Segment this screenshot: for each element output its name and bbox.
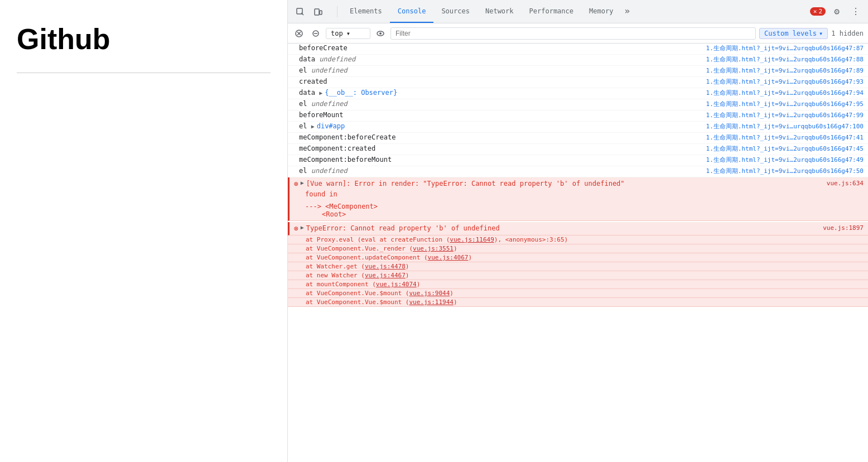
error-stack-6-link[interactable]: vue.js:4074 <box>376 281 417 288</box>
page-title: Github <box>17 22 271 56</box>
console-text-8: el ▶div#app <box>299 122 701 130</box>
error-stack-4: at Watcher.get (vue.js:4478) <box>288 262 868 271</box>
filter-input[interactable] <box>390 27 756 40</box>
console-output[interactable]: beforeCreate 1.生命周期.html?_ijt=9vi…2urqqb… <box>288 44 868 462</box>
tab-performance[interactable]: Performance <box>522 0 581 23</box>
eye-button[interactable] <box>374 27 387 40</box>
console-text-1: beforeCreate <box>299 44 701 52</box>
context-selector[interactable]: top ▾ <box>326 28 370 39</box>
more-tabs-button[interactable]: » <box>621 0 633 23</box>
error-1-component2: <Root> <box>294 210 864 218</box>
console-text-10: meComponent:created <box>299 145 701 152</box>
svg-point-10 <box>379 32 382 35</box>
svg-rect-2 <box>315 9 319 15</box>
toolbar-icons <box>292 4 326 20</box>
error-1-expand[interactable]: ▶ <box>301 180 306 186</box>
console-row-12: el undefined 1.生命周期.html?_ijt=9vi…2urqqb… <box>288 166 868 177</box>
console-text-11: meComponent:beforeMount <box>299 156 701 163</box>
devtools-panel: Elements Console Sources Network Perform… <box>288 0 868 462</box>
console-text-7: beforeMount <box>299 111 701 119</box>
console-row-3: el undefined 1.生命周期.html?_ijt=9vi…2urqqb… <box>288 66 868 77</box>
console-row-10: meComponent:created 1.生命周期.html?_ijt=9vi… <box>288 144 868 155</box>
context-value: top <box>331 30 343 37</box>
console-text-9: meComponent:beforeCreate <box>299 133 701 141</box>
error-count: 2 <box>818 8 822 15</box>
console-row-9: meComponent:beforeCreate 1.生命周期.html?_ij… <box>288 133 868 144</box>
console-row-7: beforeMount 1.生命周期.html?_ijt=9vi…2urqqbu… <box>288 110 868 122</box>
error-1-message: [Vue warn]: Error in render: "TypeError:… <box>306 180 625 187</box>
console-row-1: beforeCreate 1.生命周期.html?_ijt=9vi…2urqqb… <box>288 44 868 55</box>
error-badge: ✕ 2 <box>810 7 826 16</box>
console-text-5: data ▶{__ob__: Observer} <box>299 89 701 97</box>
console-text-12: el undefined <box>299 167 701 175</box>
tab-sources[interactable]: Sources <box>433 0 478 23</box>
hidden-count: 1 hidden <box>831 30 864 37</box>
error-1-component1: ---> <MeComponent> <box>294 203 864 210</box>
console-link-3[interactable]: 1.生命周期.html?_ijt=9vi…2urqqbu60s166g47:89 <box>701 66 864 75</box>
console-link-5[interactable]: 1.生命周期.html?_ijt=9vi…2urqqbu60s166g47:94 <box>701 89 864 97</box>
toolbar-divider <box>337 6 337 17</box>
filter-icon[interactable] <box>309 27 322 40</box>
console-text-3: el undefined <box>299 66 701 74</box>
error-stack-3: at VueComponent.updateComponent (vue.js:… <box>288 253 868 262</box>
error-block-2: ⊗ ▶ TypeError: Cannot read property 'b' … <box>288 222 868 235</box>
tab-elements[interactable]: Elements <box>342 0 390 23</box>
console-link-10[interactable]: 1.生命周期.html?_ijt=9vi…2urqqbu60s166g47:45 <box>701 145 864 153</box>
console-link-6[interactable]: 1.生命周期.html?_ijt=9vi…2urqqbu60s166g47:95 <box>701 100 864 108</box>
console-link-8[interactable]: 1.生命周期.html?_ijt=9vi…urqqbu60s166g47:100 <box>701 122 864 131</box>
error-block-1: ⊗ ▶ [Vue warn]: Error in render: "TypeEr… <box>288 177 868 221</box>
tab-console[interactable]: Console <box>390 0 434 23</box>
console-link-7[interactable]: 1.生命周期.html?_ijt=9vi…2urqqbu60s166g47:99 <box>701 111 864 119</box>
error-stack-3-link[interactable]: vue.js:4067 <box>428 254 469 261</box>
error-stack-1-link[interactable]: vue.js:11649 <box>450 236 494 243</box>
error-stack-4-link[interactable]: vue.js:4478 <box>365 263 406 270</box>
error-2-message: TypeError: Cannot read property 'b' of u… <box>306 224 500 232</box>
error-stack-1: at Proxy.eval (eval at createFunction (v… <box>288 235 868 244</box>
custom-levels-button[interactable]: Custom levels ▾ <box>759 28 828 39</box>
console-toolbar: top ▾ Custom levels ▾ 1 hidden <box>288 23 868 44</box>
page-area: Github <box>0 0 288 462</box>
error-stack-8-link[interactable]: vue.js:11944 <box>409 299 453 306</box>
device-toggle-icon[interactable] <box>310 4 326 20</box>
clear-console-button[interactable] <box>292 27 306 40</box>
more-options-button[interactable]: ⋮ <box>848 4 864 20</box>
console-row-11: meComponent:beforeMount 1.生命周期.html?_ijt… <box>288 155 868 166</box>
error-1-link[interactable]: vue.js:634 <box>821 180 864 187</box>
error-stack-5-link[interactable]: vue.js:4467 <box>365 272 406 279</box>
console-row-5: data ▶{__ob__: Observer} 1.生命周期.html?_ij… <box>288 88 868 99</box>
error-block-1-content: ⊗ ▶ [Vue warn]: Error in render: "TypeEr… <box>294 180 864 188</box>
tab-memory[interactable]: Memory <box>581 0 621 23</box>
console-link-2[interactable]: 1.生命周期.html?_ijt=9vi…2urqqbu60s166g47:88 <box>701 55 864 64</box>
tab-network[interactable]: Network <box>478 0 522 23</box>
error-1-blank <box>294 198 864 203</box>
console-row-4: created 1.生命周期.html?_ijt=9vi…2urqqbu60s1… <box>288 77 868 88</box>
console-row-8: el ▶div#app 1.生命周期.html?_ijt=9vi…urqqbu6… <box>288 122 868 133</box>
toolbar-right: ✕ 2 ⚙ ⋮ <box>810 4 864 20</box>
console-link-11[interactable]: 1.生命周期.html?_ijt=9vi…2urqqbu60s166g47:49 <box>701 156 864 164</box>
error-1-icon: ⊗ <box>294 180 298 188</box>
console-row-2: data undefined 1.生命周期.html?_ijt=9vi…2urq… <box>288 55 868 66</box>
console-link-1[interactable]: 1.生命周期.html?_ijt=9vi…2urqqbu60s166g47:87 <box>701 44 864 52</box>
expand-icon-5[interactable]: ▶ <box>319 90 325 96</box>
inspect-icon[interactable] <box>292 4 308 20</box>
error-2-icon: ⊗ <box>294 224 298 233</box>
error-2-expand[interactable]: ▶ <box>301 224 306 230</box>
console-link-9[interactable]: 1.生命周期.html?_ijt=9vi…2urqqbu60s166g47:41 <box>701 133 864 142</box>
expand-icon-8[interactable]: ▶ <box>311 123 317 129</box>
custom-levels-label: Custom levels <box>764 30 817 37</box>
error-stack-7: at VueComponent.Vue.$mount (vue.js:9044) <box>288 289 868 298</box>
console-link-4[interactable]: 1.生命周期.html?_ijt=9vi…2urqqbu60s166g47:93 <box>701 78 864 86</box>
settings-button[interactable]: ⚙ <box>829 4 845 20</box>
console-row-6: el undefined 1.生命周期.html?_ijt=9vi…2urqqb… <box>288 99 868 110</box>
error-stack-2-link[interactable]: vue.js:3551 <box>413 245 454 252</box>
console-text-2: data undefined <box>299 55 701 63</box>
console-text-6: el undefined <box>299 100 701 108</box>
error-block-2-content: ⊗ ▶ TypeError: Cannot read property 'b' … <box>294 224 864 233</box>
error-stack-5: at new Watcher (vue.js:4467) <box>288 271 868 280</box>
console-link-12[interactable]: 1.生命周期.html?_ijt=9vi…2urqqbu60s166g47:50 <box>701 167 864 175</box>
page-divider <box>17 73 271 73</box>
context-dropdown-icon: ▾ <box>346 30 350 37</box>
error-icon-circle: ✕ <box>813 8 817 15</box>
error-stack-7-link[interactable]: vue.js:9044 <box>409 290 450 297</box>
error-2-link[interactable]: vue.js:1897 <box>817 224 864 232</box>
